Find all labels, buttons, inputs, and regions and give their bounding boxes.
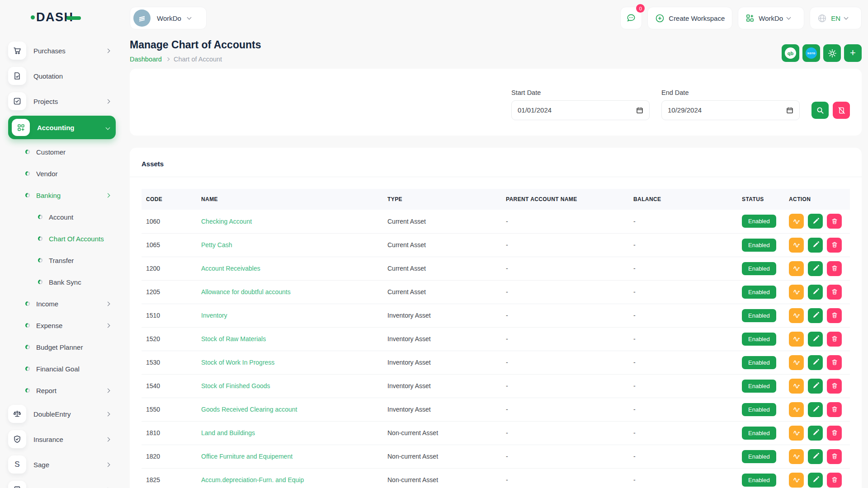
status-badge[interactable]: Enabled bbox=[742, 286, 776, 299]
wave-icon bbox=[793, 241, 801, 249]
delete-button[interactable] bbox=[827, 238, 842, 253]
delete-button[interactable] bbox=[827, 261, 842, 276]
sidebar-item-customer[interactable]: Customer bbox=[8, 141, 116, 163]
status-badge[interactable]: Enabled bbox=[742, 380, 776, 393]
sidebar-item-budget-planner[interactable]: Budget Planner bbox=[8, 336, 116, 358]
pencil-icon bbox=[812, 406, 819, 413]
sidebar-item-financial-goal[interactable]: Financial Goal bbox=[8, 358, 116, 380]
status-badge[interactable]: Enabled bbox=[742, 427, 776, 440]
transactions-button[interactable] bbox=[789, 379, 804, 394]
account-name-link[interactable]: Accum.depreciation-Furn. and Equip bbox=[201, 476, 304, 483]
edit-button[interactable] bbox=[808, 449, 823, 464]
sidebar-item-purchases[interactable]: Purchases bbox=[8, 38, 116, 63]
account-name-link[interactable]: Account Receivables bbox=[201, 265, 260, 272]
status-badge[interactable]: Enabled bbox=[742, 474, 776, 487]
sidebar-item-quotation[interactable]: Quotation bbox=[8, 63, 116, 89]
breadcrumb-dashboard-link[interactable]: Dashboard bbox=[130, 56, 162, 63]
transactions-button[interactable] bbox=[789, 449, 804, 464]
sidebar-item-bank-sync[interactable]: Bank Sync bbox=[8, 271, 116, 293]
status-badge[interactable]: Enabled bbox=[742, 309, 776, 322]
transactions-button[interactable] bbox=[789, 308, 804, 323]
sidebar-item-projects[interactable]: Projects bbox=[8, 89, 116, 114]
sidebar-item-accounting[interactable]: Accounting bbox=[8, 116, 116, 139]
reset-filter-button[interactable] bbox=[833, 102, 850, 119]
edit-button[interactable] bbox=[808, 379, 823, 394]
edit-button[interactable] bbox=[808, 285, 823, 300]
col-code: CODE bbox=[142, 189, 197, 210]
sidebar-item-chart-of-accounts[interactable]: Chart Of Accounts bbox=[8, 228, 116, 249]
sidebar-item-sage[interactable]: S Sage bbox=[8, 452, 116, 477]
language-selector[interactable]: EN bbox=[810, 7, 862, 29]
delete-button[interactable] bbox=[827, 426, 842, 441]
sidebar-item-doubleentry[interactable]: DoubleEntry bbox=[8, 401, 116, 427]
delete-button[interactable] bbox=[827, 214, 842, 229]
workspace-button[interactable]: WorkDo bbox=[130, 7, 207, 29]
apply-filter-button[interactable] bbox=[811, 102, 829, 119]
delete-button[interactable] bbox=[827, 355, 842, 370]
account-name-link[interactable]: Petty Cash bbox=[201, 241, 232, 249]
sidebar-item-expense[interactable]: Expense bbox=[8, 314, 116, 336]
account-name-link[interactable]: Land and Buildings bbox=[201, 429, 255, 436]
edit-button[interactable] bbox=[808, 261, 823, 276]
sidebar-item-report[interactable]: Report bbox=[8, 380, 116, 401]
add-account-button[interactable]: + bbox=[844, 44, 862, 62]
account-name-link[interactable]: Goods Received Clearing account bbox=[201, 406, 297, 413]
sidebar-item-insurance[interactable]: Insurance bbox=[8, 427, 116, 452]
delete-button[interactable] bbox=[827, 402, 842, 417]
status-badge[interactable]: Enabled bbox=[742, 262, 776, 275]
delete-button[interactable] bbox=[827, 285, 842, 300]
edit-button[interactable] bbox=[808, 238, 823, 253]
transactions-button[interactable] bbox=[789, 332, 804, 347]
account-name-link[interactable]: Stock of Raw Materials bbox=[201, 335, 266, 343]
transactions-button[interactable] bbox=[789, 238, 804, 253]
account-name-link[interactable]: Office Furniture and Equipement bbox=[201, 453, 292, 460]
delete-button[interactable] bbox=[827, 308, 842, 323]
account-name-link[interactable]: Checking Account bbox=[201, 218, 252, 225]
app-logo[interactable]: DASH bbox=[0, 6, 122, 28]
end-date-input[interactable]: 10/29/2024 bbox=[661, 100, 800, 120]
transactions-button[interactable] bbox=[789, 261, 804, 276]
status-badge[interactable]: Enabled bbox=[742, 215, 776, 228]
transactions-button[interactable] bbox=[789, 355, 804, 370]
status-badge[interactable]: Enabled bbox=[742, 356, 776, 369]
settings-button[interactable] bbox=[823, 44, 841, 62]
calendar-icon[interactable] bbox=[636, 107, 643, 114]
transactions-button[interactable] bbox=[789, 214, 804, 229]
workspace-switcher[interactable]: WorkDo bbox=[738, 7, 804, 29]
edit-button[interactable] bbox=[808, 355, 823, 370]
sidebar-item-assets[interactable]: Assets bbox=[8, 477, 116, 488]
delete-button[interactable] bbox=[827, 449, 842, 464]
status-badge[interactable]: Enabled bbox=[742, 239, 776, 252]
status-badge[interactable]: Enabled bbox=[742, 450, 776, 463]
sidebar-item-account[interactable]: Account bbox=[8, 206, 116, 228]
delete-button[interactable] bbox=[827, 332, 842, 347]
quickbooks-button[interactable]: qb bbox=[782, 44, 799, 62]
edit-button[interactable] bbox=[808, 214, 823, 229]
account-name-link[interactable]: Stock of Work In Progress bbox=[201, 359, 274, 366]
sidebar-item-banking[interactable]: Banking bbox=[8, 184, 116, 206]
transactions-button[interactable] bbox=[789, 473, 804, 488]
calendar-icon[interactable] bbox=[786, 107, 793, 114]
status-badge[interactable]: Enabled bbox=[742, 403, 776, 416]
create-workspace-button[interactable]: Create Workspace bbox=[647, 7, 732, 29]
edit-button[interactable] bbox=[808, 332, 823, 347]
edit-button[interactable] bbox=[808, 426, 823, 441]
transactions-button[interactable] bbox=[789, 402, 804, 417]
xero-button[interactable]: xero bbox=[802, 44, 820, 62]
account-name-link[interactable]: Stock of Finished Goods bbox=[201, 382, 270, 389]
status-badge[interactable]: Enabled bbox=[742, 333, 776, 346]
start-date-input[interactable]: 01/01/2024 bbox=[511, 100, 650, 120]
delete-button[interactable] bbox=[827, 379, 842, 394]
sidebar-item-income[interactable]: Income bbox=[8, 293, 116, 314]
transactions-button[interactable] bbox=[789, 426, 804, 441]
messages-button[interactable]: 0 bbox=[620, 7, 642, 29]
edit-button[interactable] bbox=[808, 473, 823, 488]
delete-button[interactable] bbox=[827, 473, 842, 488]
sidebar-item-transfer[interactable]: Transfer bbox=[8, 249, 116, 271]
edit-button[interactable] bbox=[808, 308, 823, 323]
account-name-link[interactable]: Inventory bbox=[201, 312, 227, 319]
edit-button[interactable] bbox=[808, 402, 823, 417]
transactions-button[interactable] bbox=[789, 285, 804, 300]
account-name-link[interactable]: Allowance for doubtful accounts bbox=[201, 288, 291, 296]
sidebar-item-vendor[interactable]: Vendor bbox=[8, 163, 116, 184]
